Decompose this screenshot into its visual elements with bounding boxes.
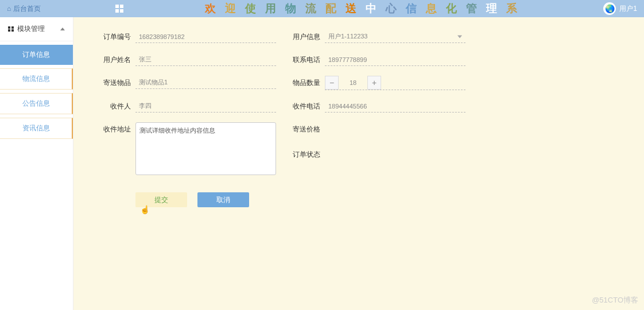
chevron-up-icon [60,28,65,30]
receiver-input[interactable] [135,100,276,113]
layout: 模块管理 订单信息 物流信息 公告信息 资讯信息 订单编号 用户信息 [0,17,644,310]
order-status-label: 订单状态 [286,150,320,160]
ship-item-label: 寄送物品 [96,78,131,88]
qty-plus-button[interactable]: + [367,76,381,90]
ship-item-input[interactable] [135,77,276,89]
item-qty-label: 物品数量 [286,78,320,88]
app-title: 欢迎使用物流配送中心信息化管理系 [123,1,603,16]
receiver-phone-label: 收件电话 [286,102,320,111]
watermark: @51CTO博客 [592,295,638,305]
order-no-input[interactable] [135,31,276,43]
order-no-label: 订单编号 [96,32,131,42]
receiver-phone-input[interactable] [325,100,465,113]
menu-label: 模块管理 [17,24,45,34]
menu-grid-icon [8,26,14,32]
top-header: ⌂ 后台首页 欢迎使用物流配送中心信息化管理系 🌏 用户1 [0,0,644,17]
home-label: 后台首页 [13,4,41,14]
menu-header[interactable]: 模块管理 [0,17,73,41]
cursor-pointer-icon: ☝ [140,205,150,214]
avatar[interactable]: 🌏 [603,2,616,15]
cancel-button[interactable]: 取消 [197,192,249,207]
user-label[interactable]: 用户1 [619,4,637,14]
header-right: 🌏 用户1 [603,2,637,15]
contact-phone-label: 联系电话 [286,55,320,65]
receiver-label: 收件人 [96,102,131,111]
sidebar-item-news[interactable]: 资讯信息 [0,118,73,139]
user-name-input[interactable] [135,54,276,66]
home-icon: ⌂ [7,5,11,13]
user-info-label: 用户信息 [286,32,320,42]
qty-input[interactable] [339,77,367,88]
receiver-addr-textarea[interactable] [135,122,276,175]
qty-minus-button[interactable]: − [325,76,339,90]
sidebar: 模块管理 订单信息 物流信息 公告信息 资讯信息 [0,17,73,310]
home-link[interactable]: ⌂ 后台首页 [7,4,41,14]
sidebar-item-announcement[interactable]: 公告信息 [0,93,73,114]
content: 订单编号 用户信息 用户姓名 联系电话 寄送物 [73,17,644,310]
user-info-select[interactable] [325,31,465,43]
receiver-addr-label: 收件地址 [96,122,131,134]
header-left: ⌂ 后台首页 [7,4,123,14]
sidebar-item-logistics[interactable]: 物流信息 [0,68,73,90]
contact-phone-input[interactable] [325,54,465,66]
quantity-stepper: − + [325,76,465,90]
user-name-label: 用户姓名 [96,55,131,65]
grid-icon[interactable] [115,5,123,13]
user-info-select-wrap[interactable] [325,31,465,43]
sidebar-item-orders[interactable]: 订单信息 [0,45,73,65]
form-actions: 提交 取消 ☝ [135,192,621,207]
ship-price-label: 寄送价格 [286,125,320,134]
